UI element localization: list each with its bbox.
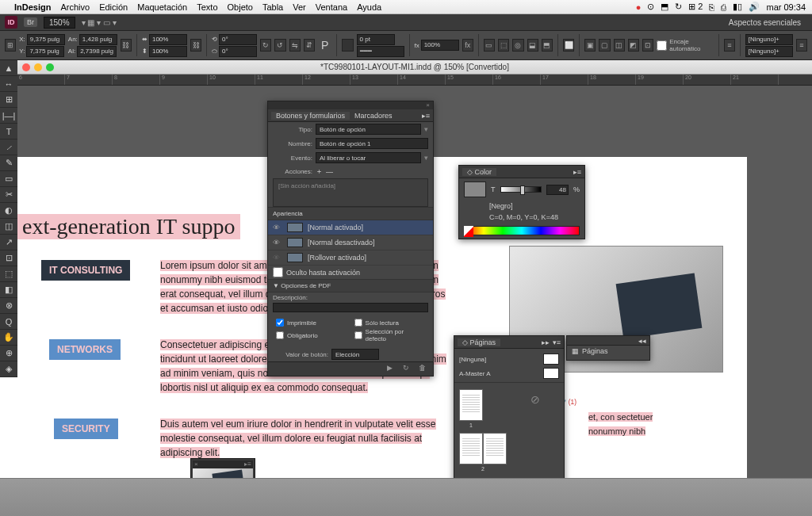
state-normal-on[interactable]: 👁[Normal activado] xyxy=(268,220,433,235)
color-spectrum[interactable] xyxy=(464,226,580,235)
dock-expand-icon[interactable]: ◂◂ xyxy=(638,337,646,345)
reference-point-icon[interactable]: ⊞ xyxy=(5,39,16,52)
tipo-select[interactable]: Botón de opción xyxy=(316,124,421,135)
headline-text[interactable]: ext-generation IT suppo xyxy=(17,214,240,239)
tab-pages[interactable]: ◇ Páginas xyxy=(458,338,500,346)
line-tool-icon[interactable]: ⟋ xyxy=(0,140,17,155)
panel-close-icon[interactable]: × xyxy=(194,461,198,468)
object-style-field[interactable]: [Ninguno]+ xyxy=(745,34,793,45)
wrap-jump-icon[interactable]: ⬓ xyxy=(527,39,538,52)
wrap-bbox-icon[interactable]: ⬚ xyxy=(498,39,509,52)
menu-objeto[interactable]: Objeto xyxy=(228,2,253,12)
fill-swatch[interactable] xyxy=(342,39,353,52)
bridge-button[interactable]: Br xyxy=(24,17,37,27)
window-zoom-icon[interactable] xyxy=(46,63,54,71)
eye-icon[interactable]: 👁 xyxy=(273,224,282,231)
tray-battery-icon[interactable]: ▮▯ xyxy=(733,2,742,12)
menu-maquetacion[interactable]: Maquetación xyxy=(137,2,187,12)
selection-tool-icon[interactable]: ▲ xyxy=(0,60,17,76)
descripcion-input[interactable] xyxy=(273,303,428,312)
menu-archivo[interactable]: Archivo xyxy=(60,2,90,12)
hand-tool-icon[interactable]: ✋ xyxy=(0,330,17,346)
section-label-security[interactable]: SECURITY xyxy=(54,419,118,439)
menu-ver[interactable]: Ver xyxy=(293,2,306,12)
x-field[interactable]: 9,375 pulg xyxy=(27,34,65,45)
w-field[interactable]: 1,428 pulg xyxy=(79,34,117,45)
evento-select[interactable]: Al liberar o tocar xyxy=(316,152,421,163)
tray-icon[interactable]: ⎙ xyxy=(721,2,726,12)
panel-menu-icon[interactable]: ▾≡ xyxy=(553,338,561,346)
rotate-ccw-icon[interactable]: ↺ xyxy=(274,39,285,52)
tint-slider[interactable] xyxy=(500,186,542,193)
scissors-tool-icon[interactable]: ✂ xyxy=(0,187,17,203)
page-tool-icon[interactable]: ⊞ xyxy=(0,92,17,108)
tint-value-input[interactable]: 48 xyxy=(546,185,569,195)
constrain-scale-icon[interactable]: ⛓ xyxy=(190,39,201,52)
preview-spread-icon[interactable]: ▶ xyxy=(387,364,398,375)
menu-edicion[interactable]: Edición xyxy=(99,2,128,12)
center-content-icon[interactable]: ⊡ xyxy=(642,39,653,52)
align-icon[interactable]: ≡ xyxy=(724,39,735,52)
convert-button-icon[interactable]: ↻ xyxy=(403,364,414,375)
menubar-clock[interactable]: mar 09:34 xyxy=(766,2,806,12)
shear-field[interactable]: 0° xyxy=(219,46,257,57)
fill-stroke-icon[interactable]: ⊕ xyxy=(0,346,17,361)
tray-icon[interactable]: ⎘ xyxy=(709,2,714,12)
buttons-forms-panel[interactable]: × Botones y formularios Marcadores ▸≡ Ti… xyxy=(267,101,434,376)
section-label-networks[interactable]: NETWORKS xyxy=(49,339,121,360)
view-options-icon[interactable]: ▾ ▦ ▾ ▭ ▾ xyxy=(82,18,117,27)
corner-icon[interactable]: ⬜ xyxy=(563,39,574,52)
opacity-field[interactable]: 100% xyxy=(421,40,459,51)
rotate-cw-icon[interactable]: ↻ xyxy=(260,39,271,52)
eye-icon[interactable]: 👁 xyxy=(273,239,282,247)
menu-ayuda[interactable]: Ayuda xyxy=(357,2,381,12)
fit-frame-icon[interactable]: ▢ xyxy=(599,39,610,52)
direct-select-tool-icon[interactable]: ↔ xyxy=(0,76,17,92)
fill-stroke-proxy-icon[interactable] xyxy=(464,182,486,197)
tab-color[interactable]: ◇ Color xyxy=(462,168,496,176)
caption-1[interactable]: et, con sectetuer xyxy=(588,411,699,424)
wrap-none-icon[interactable]: ▭ xyxy=(484,39,495,52)
auto-fit-checkbox[interactable]: Encaje automático xyxy=(657,38,714,52)
trash-icon[interactable]: 🗑 xyxy=(419,364,430,375)
menu-tabla[interactable]: Tabla xyxy=(262,2,283,12)
measure-tool-icon[interactable]: ◧ xyxy=(0,282,17,298)
tab-bookmarks[interactable]: Marcadores xyxy=(350,112,397,120)
pen-tool-icon[interactable]: ✎ xyxy=(0,155,17,171)
stroke-style-field[interactable]: ━━━ xyxy=(357,46,404,57)
pdf-options-section[interactable]: ▼ Opciones de PDF xyxy=(268,279,433,292)
master-a[interactable]: A-Master A xyxy=(459,366,559,380)
imprimible-checkbox[interactable]: Imprimible xyxy=(276,319,343,327)
tray-sync-icon[interactable]: ↻ xyxy=(675,2,682,12)
gap-tool-icon[interactable]: |―| xyxy=(0,108,17,124)
zoom-tool-icon[interactable]: Q xyxy=(0,314,17,330)
actions-list[interactable]: [Sin acción añadida] xyxy=(273,178,428,207)
stroke-weight-field[interactable]: 0 pt xyxy=(357,34,395,45)
tray-icon[interactable]: ⊙ xyxy=(647,2,654,12)
solo-lectura-checkbox[interactable]: Sólo lectura xyxy=(354,319,422,327)
obligatorio-checkbox[interactable]: Obligatorio xyxy=(276,328,343,342)
panel-close-icon[interactable]: × xyxy=(426,101,430,109)
note-tool-icon[interactable]: ↗ xyxy=(0,235,17,250)
menu-texto[interactable]: Texto xyxy=(197,2,217,12)
eye-off-icon[interactable]: 👁 xyxy=(273,254,282,262)
h-field[interactable]: 2,7398 pulg xyxy=(77,46,117,57)
tray-volume-icon[interactable]: 🔊 xyxy=(749,2,760,12)
tab-buttons-forms[interactable]: Botones y formularios xyxy=(271,112,350,120)
panel-menu-icon[interactable]: ▸≡ xyxy=(244,461,251,468)
scalex-field[interactable]: 100% xyxy=(149,34,187,45)
dropdown-icon[interactable]: ▾ xyxy=(424,154,428,162)
fit-content-icon[interactable]: ▣ xyxy=(584,39,596,52)
flip-h-icon[interactable]: ⇋ xyxy=(289,39,301,52)
dropdown-icon[interactable]: ▾ xyxy=(424,125,428,133)
scaley-field[interactable]: 100% xyxy=(149,46,187,57)
panel-menu-icon[interactable]: ▸≡ xyxy=(573,168,581,176)
valor-boton-input[interactable]: Elección xyxy=(331,349,379,360)
page-thumb-2[interactable] xyxy=(459,433,507,464)
panel-menu-icon[interactable]: ≡ xyxy=(796,39,807,52)
eyedropper-tool-icon[interactable]: ⊡ xyxy=(0,250,17,266)
type-tool-icon[interactable]: T xyxy=(0,124,17,140)
flip-v-icon[interactable]: ⇵ xyxy=(304,39,315,52)
panel-collapse-icon[interactable]: ▸▸ xyxy=(542,338,550,346)
zoom-selector[interactable]: 150% xyxy=(44,17,75,29)
